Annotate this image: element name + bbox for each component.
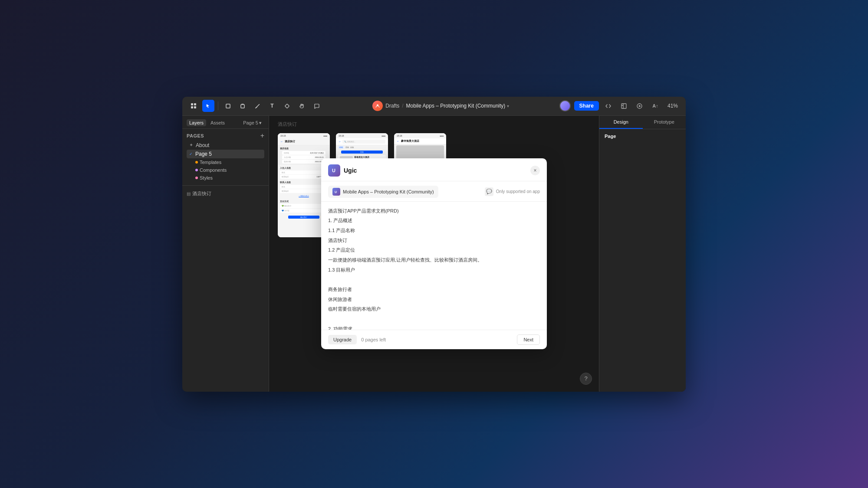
svg-rect-4 — [226, 104, 230, 108]
comment-tool-btn[interactable] — [310, 100, 322, 112]
shape-tool-btn[interactable] — [237, 100, 249, 112]
source-left: U Mobile Apps – Prototyping Kit (Communi… — [328, 186, 438, 198]
app-window: T — [182, 97, 686, 392]
share-button[interactable]: Share — [574, 101, 599, 111]
svg-text:U: U — [335, 190, 337, 193]
footer-left: Upgrade 0 pages left — [328, 335, 386, 344]
layout-btn[interactable] — [618, 100, 630, 112]
breadcrumb: Drafts / Mobile Apps – Prototyping Kit (… — [372, 101, 509, 111]
pages-section: Pages + ✦ About ✓ Page 5 Templates — [182, 129, 269, 183]
content-line-4: 酒店快订 — [328, 236, 540, 245]
layer-frame-icon: ▤ — [187, 191, 191, 196]
content-line-7: 1.3 目标用户 — [328, 266, 540, 274]
text-tool-btn[interactable]: T — [266, 100, 278, 112]
layer-hotel-frame[interactable]: ▤ 酒店快订 — [182, 189, 269, 198]
pen-tool-btn[interactable] — [251, 100, 263, 112]
templates-label: Templates — [200, 160, 221, 165]
tree-item-templates[interactable]: Templates — [187, 158, 264, 166]
content-line-1: 酒店预订APP产品需求文档(PRD) — [328, 207, 540, 215]
dialog-logo-name: Ugic — [344, 167, 357, 174]
dialog-header: U Ugic × — [321, 158, 547, 181]
dialog-overlay: U Ugic × — [269, 116, 599, 392]
content-line-6: 一款便捷的移动端酒店预订应用,让用户轻松查找、比较和预订酒店房间。 — [328, 256, 540, 264]
svg-rect-3 — [194, 106, 196, 108]
components-label: Components — [200, 167, 227, 173]
page5-check-icon: ✓ — [189, 152, 193, 156]
collab-avatar[interactable] — [559, 100, 571, 111]
toolbar-separator — [218, 102, 218, 110]
dialog-content: 酒店预订APP产品需求文档(PRD) 1. 产品概述 1.1 产品名称 酒店快订… — [321, 202, 547, 330]
page-selector[interactable]: Page 5 ▾ — [240, 119, 264, 127]
templates-dot-icon — [195, 161, 198, 164]
hand-tool-btn[interactable] — [296, 100, 308, 112]
help-button[interactable]: ? — [580, 373, 592, 385]
page-item-about[interactable]: ✦ About — [187, 141, 264, 150]
breadcrumb-drafts[interactable]: Drafts — [385, 103, 399, 109]
svg-rect-0 — [191, 103, 193, 105]
pages-add-btn[interactable]: + — [260, 132, 264, 139]
breadcrumb-file[interactable]: Mobile Apps – Prototyping Kit (Community… — [406, 103, 510, 109]
components-dot-icon — [195, 169, 198, 171]
code-view-btn[interactable] — [602, 100, 615, 112]
content-line-2: 1. 产品概述 — [328, 216, 540, 225]
right-section-page: Page — [599, 129, 686, 146]
type-btn[interactable]: A↑ — [649, 100, 661, 112]
ugic-dialog: U Ugic × — [321, 158, 547, 349]
main-area: Layers Assets Page 5 ▾ Pages + ✦ About ✓ — [182, 116, 686, 392]
right-section-label: Page — [605, 134, 681, 139]
content-line-9: 休闲旅游者 — [328, 295, 540, 304]
next-button[interactable]: Next — [517, 334, 540, 345]
frame-tool-btn[interactable] — [222, 100, 234, 112]
tree-item-components[interactable]: Components — [187, 166, 264, 174]
svg-rect-2 — [191, 106, 193, 108]
content-line-8: 商务旅行者 — [328, 285, 540, 294]
tree-item-styles[interactable]: Styles — [187, 174, 264, 182]
zoom-level[interactable]: 41% — [665, 102, 681, 110]
tab-prototype[interactable]: Prototype — [643, 116, 686, 129]
breadcrumb-chevron: ▾ — [507, 104, 509, 108]
toolbar-center: Drafts / Mobile Apps – Prototyping Kit (… — [326, 101, 556, 111]
menu-icon-btn[interactable] — [187, 100, 200, 112]
pages-left-label: 0 pages left — [361, 337, 386, 342]
content-line-3: 1.1 产品名称 — [328, 226, 540, 235]
ugic-logo: U — [328, 164, 340, 177]
pages-label: Pages — [187, 133, 204, 138]
upgrade-button[interactable]: Upgrade — [328, 335, 357, 344]
toolbar: T — [182, 97, 686, 116]
play-btn[interactable] — [634, 100, 646, 112]
component-tool-btn[interactable] — [281, 100, 293, 112]
user-avatar[interactable] — [372, 101, 383, 111]
layer-hotel-label: 酒店快订 — [192, 190, 211, 197]
page5-label: Page 5 — [195, 151, 212, 157]
left-sidebar: Layers Assets Page 5 ▾ Pages + ✦ About ✓ — [182, 116, 269, 392]
toolbar-left: T — [187, 100, 322, 112]
comment-icon[interactable]: 💬 — [485, 187, 493, 196]
dialog-logo-row: U Ugic — [328, 164, 357, 177]
source-right: 💬 Only supported on app — [485, 187, 540, 196]
canvas-area: 酒店快订 15:15 ●●● ← 酒店快订 酒店信息 — [269, 116, 599, 392]
toolbar-right: Share A↑ 4 — [559, 100, 681, 112]
svg-rect-6 — [285, 104, 289, 108]
tab-assets[interactable]: Assets — [208, 119, 227, 126]
move-tool-btn[interactable] — [202, 100, 214, 112]
about-page-label: About — [196, 142, 209, 148]
styles-dot-icon — [195, 177, 198, 179]
dialog-footer: Upgrade 0 pages left Next — [321, 330, 547, 349]
tab-design[interactable]: Design — [599, 116, 643, 129]
svg-text:U: U — [332, 168, 335, 173]
tab-layers[interactable]: Layers — [187, 119, 206, 126]
content-line-5: 1.2 产品定位 — [328, 246, 540, 254]
content-line-10: 临时需要住宿的本地用户 — [328, 305, 540, 313]
layers-tree: ▤ 酒店快订 — [182, 187, 269, 200]
svg-rect-1 — [194, 103, 196, 105]
dialog-source-row: U Mobile Apps – Prototyping Kit (Communi… — [321, 181, 547, 202]
content-line-11: 2. 功能需求 — [328, 325, 540, 330]
styles-label: Styles — [200, 175, 213, 180]
svg-rect-8 — [621, 104, 626, 108]
source-pill: U Mobile Apps – Prototyping Kit (Communi… — [328, 186, 438, 198]
page-item-page5[interactable]: ✓ Page 5 — [187, 150, 264, 158]
right-panel: Design Prototype Page — [599, 116, 686, 392]
sidebar-tabs: Layers Assets Page 5 ▾ — [182, 116, 269, 129]
right-panel-tabs: Design Prototype — [599, 116, 686, 129]
dialog-close-btn[interactable]: × — [530, 166, 540, 175]
